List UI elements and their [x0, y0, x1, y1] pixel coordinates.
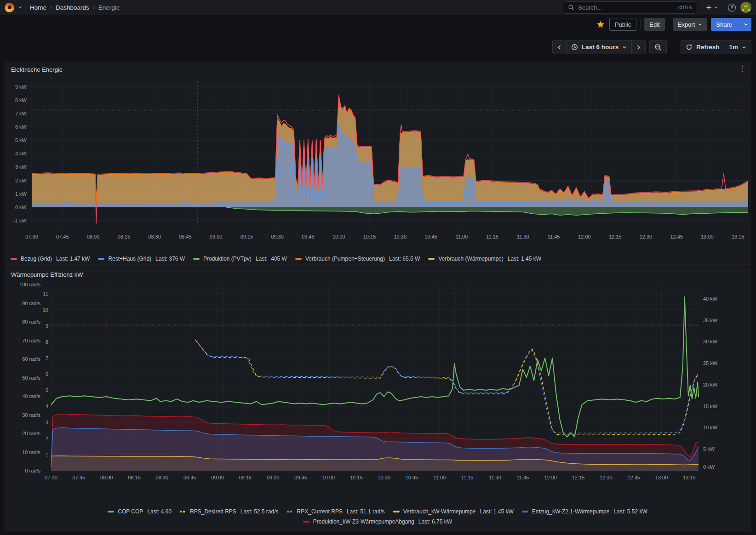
public-badge-button[interactable]: Public — [609, 18, 636, 31]
x-tick-label: 13:00 — [701, 234, 714, 239]
x-axis-time: 07:3007:4508:0008:1508:3008:4509:0009:15… — [5, 475, 750, 482]
legend-label: Verbrauch (Wärmepumpe) — [438, 256, 503, 262]
x-tick-label: 11:15 — [486, 234, 498, 239]
grafana-logo[interactable] — [5, 3, 14, 12]
legend-label: RPX_Current RPS — [297, 508, 343, 515]
x-tick-label: 09:15 — [241, 234, 253, 239]
x-tick-label: 09:30 — [267, 475, 280, 480]
search-input[interactable]: Search... ctrl+k — [563, 1, 697, 14]
y-axis-cop: 1110987654321 — [5, 268, 50, 532]
y-tick-label: 25 kW — [703, 360, 717, 366]
y-tick-label: 20 kW — [703, 381, 717, 388]
share-dropdown-toggle[interactable] — [740, 18, 751, 31]
export-button[interactable]: Export — [673, 18, 708, 31]
x-tick-label: 11:45 — [516, 475, 529, 480]
y-tick-label: 9 — [46, 323, 48, 329]
legend-value: Last: 1.45 kW — [480, 508, 513, 515]
x-tick-label: 10:30 — [394, 234, 407, 239]
favorite-star-button[interactable] — [596, 19, 606, 29]
series-color-chip — [522, 511, 528, 512]
energie-chart-svg[interactable] — [32, 81, 748, 227]
legend-item[interactable]: Rest+Haus (Grid)Last: 376 W — [98, 256, 185, 262]
top-navigation: Home › Dashboards › Energie Search... ct… — [0, 0, 756, 15]
chevron-left-icon — [557, 45, 561, 50]
x-tick-label: 11:45 — [548, 234, 560, 239]
y-tick-label: 4 kW — [15, 150, 27, 157]
legend-label: Produktion_kW-Z3-WärmepumpeAbgang — [313, 518, 414, 525]
x-tick-label: 08:30 — [148, 234, 161, 239]
x-tick-label: 08:15 — [128, 475, 141, 480]
avatar-pixel-art — [740, 2, 751, 13]
zoom-out-group — [649, 40, 667, 54]
panel-menu-kebab-icon[interactable]: ⋮ — [739, 65, 746, 72]
series-color-chip — [287, 511, 293, 512]
clock-icon — [571, 44, 578, 51]
y-tick-label: 35 kW — [703, 317, 717, 324]
x-tick-label: 11:15 — [461, 475, 474, 480]
legend-value: Last: 1.47 kW — [56, 256, 90, 262]
chevron-right-icon — [636, 45, 641, 50]
zoom-out-button[interactable] — [650, 40, 666, 54]
legend-value: Last: 5.52 kW — [613, 508, 647, 515]
x-tick-label: 12:15 — [609, 234, 622, 239]
refresh-interval-label: 1m — [729, 44, 738, 51]
legend-item[interactable]: Verbrauch (Pumpen+Steuerung)Last: 65.5 W — [295, 256, 420, 262]
y-tick-label: 6 — [46, 371, 48, 377]
x-tick-label: 09:45 — [302, 234, 315, 239]
edit-button[interactable]: Edit — [644, 18, 664, 31]
series-color-chip — [193, 258, 200, 260]
y-tick-label: 3 — [46, 419, 48, 426]
y-tick-label: 2 kW — [15, 177, 27, 184]
y-tick-label: 0 kW — [703, 464, 715, 470]
legend-label: Verbrauch (Pumpen+Steuerung) — [305, 256, 385, 262]
energie-plot-area[interactable] — [32, 81, 748, 227]
user-avatar[interactable] — [740, 2, 751, 13]
legend-item[interactable]: RPS_Desired RPSLast: 52.5 rad/s — [180, 508, 278, 515]
share-button[interactable]: Share — [711, 18, 751, 31]
public-label: Public — [615, 21, 631, 28]
time-shift-back-button[interactable] — [553, 40, 566, 54]
effizienz-plot-area[interactable] — [51, 285, 699, 471]
legend-item[interactable]: COP COPLast: 4.60 — [108, 508, 172, 515]
refresh-button[interactable]: Refresh — [681, 40, 724, 54]
panel-title[interactable]: Wärmepumpe Effizienz kW — [5, 271, 750, 278]
legend-item[interactable]: Bezug (Grid)Last: 1.47 kW — [11, 256, 90, 262]
x-tick-label: 07:45 — [73, 475, 86, 480]
x-tick-label: 11:00 — [455, 234, 468, 239]
legend-value: Last: 1.45 kW — [508, 256, 541, 262]
time-shift-forward-button[interactable] — [631, 40, 645, 54]
chevron-down-icon — [698, 22, 702, 27]
breadcrumb-dashboards[interactable]: Dashboards — [56, 4, 89, 11]
edit-label: Edit — [649, 21, 659, 28]
panel-elektrische-energie: Elektrische Energie ⋮ 9 kW8 kW7 kW6 kW5 … — [5, 63, 750, 266]
legend-label: Produktion (PVTpv) — [203, 256, 252, 262]
breadcrumb-home[interactable]: Home — [30, 4, 46, 11]
y-tick-label: 2 — [46, 435, 48, 442]
y-tick-label: 1 kW — [15, 191, 27, 197]
legend-label: Bezug (Grid) — [21, 256, 52, 262]
nav-expand-chevron-icon[interactable] — [18, 5, 23, 10]
refresh-interval-dropdown[interactable]: 1m — [724, 40, 751, 54]
x-axis-time: 07:3007:4508:0008:1508:3008:4509:0009:15… — [5, 234, 750, 241]
legend-item[interactable]: Produktion (PVTpv)Last: -405 W — [193, 256, 287, 262]
y-tick-label: 8 kW — [15, 97, 27, 103]
legend-item[interactable]: Verbrauch_kW-WärmepumpeLast: 1.45 kW — [393, 508, 514, 515]
chevron-down-icon — [742, 45, 746, 50]
time-range-picker-button[interactable]: Last 6 hours — [566, 40, 631, 54]
legend-item[interactable]: Verbrauch (Wärmepumpe)Last: 1.45 kW — [428, 256, 541, 262]
legend-value: Last: 376 W — [155, 256, 185, 262]
new-menu-button[interactable] — [705, 4, 718, 11]
panel-title[interactable]: Elektrische Energie — [5, 66, 750, 73]
legend-item[interactable]: Produktion_kW-Z3-WärmepumpeAbgangLast: 6… — [303, 518, 452, 525]
help-button[interactable]: ? — [728, 4, 736, 11]
chevron-down-icon — [744, 22, 748, 27]
legend-item[interactable]: RPX_Current RPSLast: 51.1 rad/s — [287, 508, 385, 515]
effizienz-chart-svg[interactable] — [51, 285, 699, 471]
x-tick-label: 09:45 — [294, 475, 307, 480]
x-tick-label: 12:30 — [600, 475, 613, 480]
search-shortcut-hint: ctrl+k — [678, 4, 692, 11]
legend-item[interactable]: Entzug_kW-Z2.1-WärmepumpeLast: 5.52 kW — [522, 508, 647, 515]
panel-waermepumpe-effizienz: Wärmepumpe Effizienz kW 100 rad/s90 rad/… — [5, 268, 750, 532]
x-tick-label: 12:00 — [544, 475, 557, 480]
share-label[interactable]: Share — [711, 18, 737, 31]
